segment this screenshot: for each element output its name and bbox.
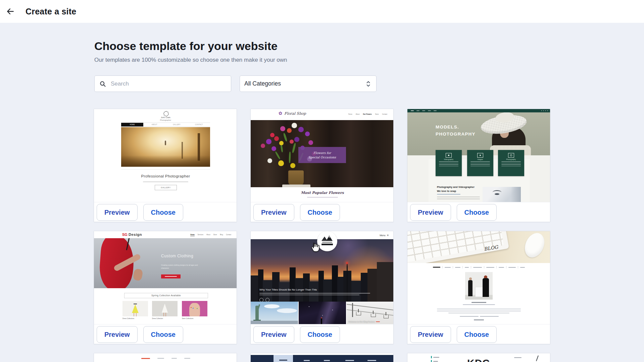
mouse-illustration [521,231,548,261]
mini-heading: Most Popular Flowers [251,191,393,195]
mountain-logo-badge [317,231,337,251]
template-thumbnail [94,353,237,362]
mini-section-subtitle: We love to snap [437,190,456,193]
choose-button[interactable]: Choose [143,326,183,343]
preview-button[interactable]: Preview [410,204,451,221]
card-actions: Preview Choose [94,324,237,344]
hamburger-icon: ≡ [387,234,389,237]
template-card-floral-shop: ✿ Floral Shop Home About Our Flowers Sto… [250,109,394,222]
filter-row: All Categories [94,75,644,92]
mini-logo-role: Photographer [121,119,210,121]
desk-hero-photo: BLOG [407,231,550,263]
flower-logo-icon: ✿ [279,111,282,116]
mini-section-title: Photography and Videographer [437,186,475,189]
mini-navbar [251,355,393,362]
card-actions: Preview Choose [407,324,550,344]
feature-card-photography: Photography [498,150,524,176]
mini-strip-heading: Spring Collection Available [124,293,208,298]
template-thumbnail [251,353,393,362]
mini-hero-title: MODELS. PHOTOGRAPHY [436,124,476,138]
mountains-icon [321,236,333,241]
category-select[interactable]: All Categories [240,75,377,92]
preview-button[interactable]: Preview [253,204,294,221]
back-button[interactable] [5,6,16,17]
mini-brand: KDC [467,357,490,362]
model-hero-photo: MODELS. PHOTOGRAPHY [407,112,550,155]
mini-hero-heading: Why Your Titles Should Be No Longer Than… [259,288,317,291]
chevron-updown-icon [366,80,371,88]
choose-button[interactable]: Choose [300,326,340,343]
mini-banner: Flowers for Special Occasions [298,147,346,163]
template-card-professional-photographer: John Clark Photographer HOME ABOUT GALLE… [94,109,237,222]
feature-card-videography: Videography [436,150,462,176]
blog-thumbnails: Welcome to Our Blog Feature [251,302,393,324]
preview-button[interactable]: Preview [97,326,138,343]
carousel-arrow-left [259,298,263,302]
mini-brand: SGDesign [122,232,142,237]
mini-hero-text: Creating custom clothing designs for all… [161,264,205,270]
preview-button[interactable]: Preview [253,326,294,343]
mini-menu: Menu≡ [380,234,389,237]
template-thumbnail: MODELS. PHOTOGRAPHY Videography Images [407,109,550,202]
mini-brand: Floral Shop [284,111,306,116]
mini-nav: HOME ABOUT GALLERY CONTACT [121,122,210,127]
choose-button[interactable]: Choose [457,204,497,221]
collection-thumb-yellow-dress [122,301,148,316]
collection-thumb-swimwear [182,301,207,316]
mini-navbar [407,109,550,112]
image-icon [477,153,483,158]
create-site-page: Create a site Choose template for your w… [0,0,644,362]
mini-heading: Professional Photographer [121,174,210,178]
collection-caption: Swim Collections [182,318,193,319]
salon-photo [465,272,493,300]
template-thumbnail: Menu≡ [251,231,393,324]
sunset-field-photo [121,127,210,167]
template-thumbnail: ✿ Floral Shop Home About Our Flowers Sto… [251,109,393,202]
choose-button[interactable]: Choose [143,204,183,221]
section-subtitle: Our templates are 100% customizable so c… [94,57,644,63]
preview-button[interactable]: Preview [97,204,138,221]
choose-button[interactable]: Choose [457,326,497,343]
thumb-night-sky [299,302,346,324]
template-thumbnail: SGDesign Home Services About Store Blog … [94,231,237,324]
preview-button[interactable]: Preview [410,326,451,343]
mini-nav: Home About Our Flowers Store Contact [348,113,387,115]
template-card-sg-design: SGDesign Home Services About Store Blog … [94,231,237,344]
tulip-hero-photo: Flowers for Special Occasions [251,120,393,187]
card-actions: Preview Choose [251,324,393,344]
category-select-value: All Categories [244,80,281,87]
hand-cursor [310,242,320,253]
mini-gallery-button: GALLERY [155,185,177,190]
thumb-caption: Welcome to Our Blog Feature [348,321,380,323]
template-thumbnail: KDC [407,353,550,362]
thumb-statue-of-liberty [251,302,298,324]
choose-button[interactable]: Choose [300,204,340,221]
card-actions: Preview Choose [251,202,393,222]
arrow-left-icon [6,7,15,16]
card-actions: Preview Choose [94,202,237,222]
content: Choose template for your website Our tem… [0,23,644,362]
thumb-ski-lift: Welcome to Our Blog Feature [347,302,393,324]
template-card-partial-right: KDC [407,353,550,362]
search-box[interactable] [94,75,231,92]
template-thumbnail: BLOG [407,231,550,324]
mini-red-button [161,274,181,278]
template-thumbnail: John Clark Photographer HOME ABOUT GALLE… [94,109,237,202]
template-card-partial-middle [250,353,394,362]
collection-caption: Dress Collection [152,318,163,319]
template-card-blog-keyboard: BLOG [407,231,550,344]
face-photo [483,187,521,202]
collection-caption: Dress Collections [122,318,134,319]
collection-thumb-white-dress [152,301,178,316]
camera-icon [508,153,514,158]
search-input[interactable] [110,80,226,88]
template-grid: John Clark Photographer HOME ABOUT GALLE… [94,109,644,362]
aperture-logo-icon [163,111,169,116]
mini-logo-name: John Clark [121,116,210,118]
template-card-partial-left [94,353,237,362]
carousel-arrow-right [265,298,269,302]
section-title: Choose template for your website [0,23,644,53]
template-card-travel-blog: Menu≡ [250,231,394,344]
skyline-silhouette [251,261,393,302]
search-icon [99,81,106,87]
